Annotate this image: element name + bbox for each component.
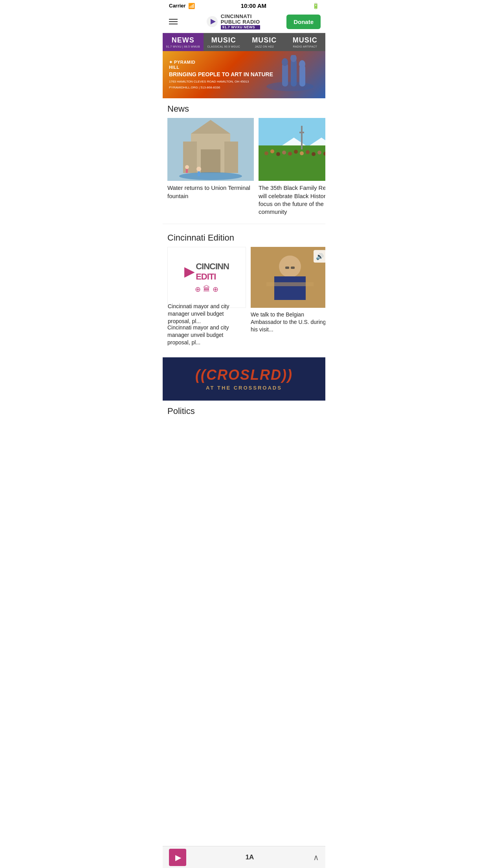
app-logo[interactable]: CINCINNATI PUBLIC RADIO 91.7 WVXU NEWS bbox=[206, 14, 260, 29]
banner-headline: BRINGING PEOPLE TO ART IN NATURE bbox=[169, 71, 273, 78]
tab-music-artifact-sublabel: RADIO ARTIFACT bbox=[286, 45, 324, 48]
news-card-1-image bbox=[259, 118, 325, 181]
tab-news[interactable]: NEWS 91.7 WVXU | 88.5 WMUB bbox=[163, 33, 204, 51]
tab-news-sublabel: 91.7 WVXU | 88.5 WMUB bbox=[164, 45, 202, 48]
tab-music-jazz-label: MUSIC bbox=[246, 36, 283, 44]
tab-music-jazz-sublabel: JAZZ ON HD2 bbox=[246, 45, 283, 48]
svg-rect-56 bbox=[291, 267, 295, 269]
logo-cpr-line2: PUBLIC RADIO bbox=[221, 19, 260, 25]
svg-rect-4 bbox=[291, 59, 297, 86]
edition-card-1-image-wrap: 🔊 bbox=[251, 247, 325, 308]
status-left: Carrier 📶 bbox=[169, 3, 195, 9]
svg-point-26 bbox=[282, 151, 286, 154]
svg-rect-54 bbox=[266, 282, 314, 286]
edition-card-1-title: We talk to the Belgian Ambassador to the… bbox=[251, 311, 325, 333]
politics-section: Politics bbox=[163, 401, 325, 452]
svg-point-32 bbox=[317, 151, 321, 154]
svg-rect-55 bbox=[285, 267, 289, 269]
cincinnati-edition-header: Cincinnati Edition bbox=[163, 227, 325, 247]
tower-icon-3: ⊕ bbox=[213, 285, 218, 294]
edition-card-1[interactable]: 🔊 We talk to the Belgian Ambassador to t… bbox=[251, 247, 325, 333]
politics-header: Politics bbox=[167, 406, 321, 416]
news-card-0-image bbox=[167, 118, 254, 181]
tower-icon-1: ⊕ bbox=[195, 285, 201, 294]
tab-music-classical-label: MUSIC bbox=[205, 36, 243, 44]
svg-point-27 bbox=[288, 152, 292, 156]
tab-music-artifact-label: MUSIC bbox=[286, 36, 324, 44]
svg-point-8 bbox=[299, 60, 305, 68]
cincinnati-edition-section: Cincinnati Edition ▶ CINCINN EDITI ⊕ 🏛 ⊕… bbox=[163, 227, 325, 357]
section-divider-1 bbox=[163, 224, 325, 224]
banner-detail2: PYRAMIDHILL.ORG | 513-868-8336 bbox=[169, 85, 273, 90]
svg-rect-38 bbox=[301, 126, 303, 149]
crossroads-banner[interactable]: ((CROSLRD)) AT THE CROSSROADS bbox=[163, 357, 325, 401]
svg-point-18 bbox=[185, 165, 189, 169]
edition-logo-editi: EDITI bbox=[196, 272, 229, 282]
wifi-icon: 📶 bbox=[188, 3, 195, 9]
svg-point-25 bbox=[276, 152, 280, 156]
donate-button[interactable]: Donate bbox=[286, 15, 321, 29]
edition-logo-cincinn: CINCINN bbox=[196, 261, 229, 272]
status-time: 10:00 AM bbox=[241, 2, 266, 9]
svg-point-6 bbox=[282, 58, 288, 66]
news-card-0[interactable]: Water returns to Union Terminal fountain bbox=[167, 118, 254, 216]
banner-logo: ✦ PYRAMIDHILL bbox=[169, 60, 273, 70]
svg-point-24 bbox=[270, 149, 274, 153]
logo-wvxu-badge: 91.7 WVXU NEWS bbox=[221, 25, 260, 30]
logo-text-block: CINCINNATI PUBLIC RADIO 91.7 WVXU NEWS bbox=[221, 14, 260, 29]
tab-music-jazz[interactable]: MUSIC JAZZ ON HD2 bbox=[244, 33, 285, 51]
news-card-1[interactable]: The 35th Black Family Reunion will celeb… bbox=[259, 118, 325, 216]
edition-logo-card-title-fix: Cincinnati mayor and city manager unveil… bbox=[163, 324, 241, 346]
edition-card-logo[interactable]: ▶ CINCINN EDITI ⊕ 🏛 ⊕ Cincinnati mayor a… bbox=[167, 247, 246, 308]
audio-badge-1: 🔊 bbox=[314, 250, 325, 263]
svg-point-29 bbox=[300, 151, 304, 155]
svg-rect-12 bbox=[201, 149, 220, 173]
svg-rect-53 bbox=[274, 276, 306, 300]
battery-icon: 🔋 bbox=[312, 3, 319, 9]
svg-point-16 bbox=[196, 167, 201, 171]
svg-rect-22 bbox=[259, 145, 325, 181]
svg-rect-17 bbox=[198, 171, 200, 176]
news-section-header: News bbox=[163, 98, 325, 118]
edition-logo-icons: ⊕ 🏛 ⊕ bbox=[195, 285, 218, 294]
tower-icon-2: 🏛 bbox=[203, 285, 210, 294]
svg-rect-5 bbox=[299, 65, 305, 86]
tab-music-artifact[interactable]: MUSIC RADIO ARTIFACT bbox=[285, 33, 326, 51]
banner-ad[interactable]: ✦ PYRAMIDHILL BRINGING PEOPLE TO ART IN … bbox=[163, 51, 325, 98]
tab-music-classical[interactable]: MUSIC CLASSICAL 90.9 WGUC bbox=[204, 33, 244, 51]
menu-button[interactable] bbox=[167, 17, 179, 26]
svg-rect-3 bbox=[282, 63, 288, 86]
logo-play-icon bbox=[206, 15, 218, 28]
edition-card-logo-title: Cincinnati mayor and city manager unveil… bbox=[168, 303, 246, 325]
svg-point-30 bbox=[306, 150, 310, 154]
channel-tabs: NEWS 91.7 WVXU | 88.5 WMUB MUSIC CLASSIC… bbox=[163, 33, 325, 51]
news-card-0-title: Water returns to Union Terminal fountain bbox=[167, 184, 254, 200]
news-cards-row: Water returns to Union Terminal fountain bbox=[163, 118, 325, 221]
svg-point-52 bbox=[279, 256, 301, 278]
edition-cards-row: ▶ CINCINN EDITI ⊕ 🏛 ⊕ Cincinnati mayor a… bbox=[163, 247, 325, 338]
svg-rect-13 bbox=[183, 142, 197, 173]
crossroads-subtitle: AT THE CROSSROADS bbox=[206, 385, 282, 391]
union-terminal-illustration bbox=[167, 118, 254, 181]
crossroads-title: ((CROSLRD)) bbox=[195, 367, 293, 383]
banner-text: ✦ PYRAMIDHILL BRINGING PEOPLE TO ART IN … bbox=[169, 60, 273, 90]
svg-point-28 bbox=[294, 150, 298, 154]
tab-music-classical-sublabel: CLASSICAL 90.9 WGUC bbox=[205, 45, 243, 48]
status-bar: Carrier 📶 10:00 AM 🔋 bbox=[163, 0, 325, 11]
svg-rect-19 bbox=[186, 169, 188, 173]
svg-rect-14 bbox=[224, 142, 238, 173]
svg-point-31 bbox=[312, 152, 316, 156]
svg-point-2 bbox=[266, 82, 314, 91]
svg-rect-39 bbox=[299, 132, 304, 133]
banner-detail1: 1763 HAMILTON CLEVES ROAD HAMILTON, OH 4… bbox=[169, 79, 273, 84]
svg-point-15 bbox=[179, 172, 242, 180]
logo-cpr-line1: CINCINNATI bbox=[221, 14, 260, 19]
svg-point-23 bbox=[264, 151, 268, 155]
tab-news-label: NEWS bbox=[164, 36, 202, 44]
black-family-reunion-illustration bbox=[259, 118, 325, 181]
edition-logo-title-text: Cincinnati mayor and city manager unveil… bbox=[167, 324, 241, 346]
news-card-1-title: The 35th Black Family Reunion will celeb… bbox=[259, 184, 325, 216]
app-header: CINCINNATI PUBLIC RADIO 91.7 WVXU NEWS D… bbox=[163, 11, 325, 33]
carrier-label: Carrier bbox=[169, 3, 186, 9]
